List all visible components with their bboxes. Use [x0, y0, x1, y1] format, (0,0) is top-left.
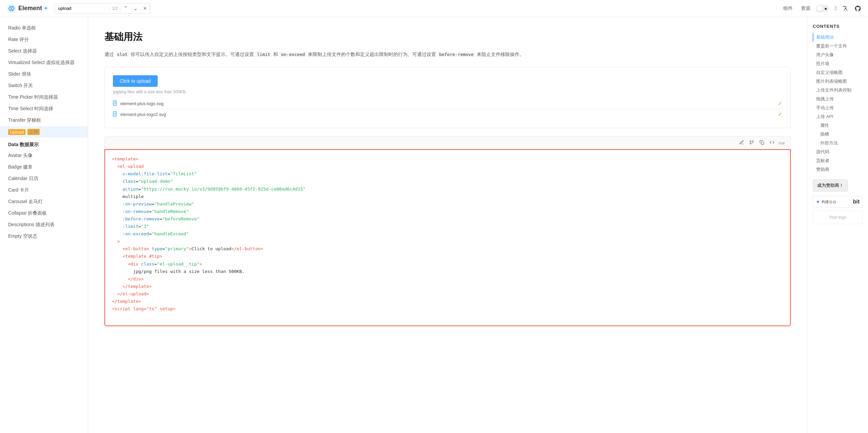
your-logo-placeholder[interactable]: Your logo	[813, 211, 863, 224]
sidebar-item-collapse[interactable]: Collapse 折叠面板	[0, 208, 88, 219]
code-tool-fork[interactable]	[748, 139, 755, 147]
bit-label: 构建台台	[822, 199, 836, 204]
code-val-on-remove: "handleRemove"	[152, 209, 189, 214]
toc-item-upload-api[interactable]: 上传 API	[813, 112, 863, 121]
sidebar-item-badge[interactable]: Badge 徽章	[0, 161, 88, 173]
toc-item-file-list-control[interactable]: 上传文件列表控制	[813, 86, 863, 95]
sidebar-item-rate[interactable]: Rate 评分	[0, 34, 88, 45]
toc-item-manual-upload[interactable]: 手动上传	[813, 103, 863, 112]
bit-name: bit	[853, 199, 860, 205]
code-val-class: "upload-demo"	[138, 179, 173, 184]
sidebar-item-radio[interactable]: Radio 单选框	[0, 22, 88, 34]
search-area: 1/2 ⌃ ⌄ ✕	[55, 3, 150, 14]
code-attr-type: type	[152, 246, 162, 251]
search-input[interactable]	[55, 6, 109, 11]
code-div-gt: >	[199, 261, 202, 267]
toc-item-basic[interactable]: 基础用法	[813, 33, 863, 42]
page-title: 基础用法	[104, 31, 791, 43]
search-navigation: ⌃ ⌄	[120, 4, 140, 13]
search-close-button[interactable]: ✕	[140, 4, 150, 12]
code-tool-copy[interactable]	[758, 139, 766, 147]
code-template-tip-close: </template>	[122, 284, 152, 289]
code-attr-action: action	[122, 186, 138, 192]
toc-item-source-code[interactable]: 源代码	[813, 147, 863, 156]
file-item-1: element-plus-logo.svg ✓	[113, 98, 782, 109]
toc-item-img-list-thumb[interactable]: 图片列表缩略图	[813, 77, 863, 86]
code-el-upload-gt: >	[117, 239, 120, 244]
code-tool-expand[interactable]	[768, 139, 776, 147]
lang-translate-icon[interactable]	[842, 5, 849, 12]
sidebar-item-time-picker[interactable]: Time Picker 时间选择器	[0, 92, 88, 103]
topbar-right: 组件 资源 ● 	[783, 5, 861, 12]
toc-item-photo-wall[interactable]: 照片墙	[813, 59, 863, 68]
language-icon[interactable]: 	[835, 5, 837, 12]
code-val-limit: "3"	[141, 224, 149, 229]
nav-component[interactable]: 组件	[783, 5, 793, 12]
github-icon[interactable]	[854, 5, 861, 12]
nav-resource[interactable]: 资源	[801, 5, 810, 12]
toc-item-sponsors[interactable]: 赞助商	[813, 165, 863, 174]
search-prev-button[interactable]: ⌃	[121, 4, 131, 13]
file-item-2: element-plus-logo2.svg ✓	[113, 109, 782, 120]
sidebar-item-descriptions[interactable]: Descriptions 描述列表	[0, 219, 88, 231]
sidebar-item-carousel[interactable]: Carousel 走马灯	[0, 196, 88, 208]
toc-item-custom-thumb[interactable]: 自定义缩略图	[813, 68, 863, 77]
code-val-type: "primary"	[165, 246, 189, 251]
svg-point-5	[752, 141, 753, 142]
code-template-tip-open: <template #tip>	[122, 254, 162, 259]
code-val-div-class: "el-upload__tip"	[157, 261, 199, 267]
file-list: element-plus-logo.svg ✓ element-plus-log…	[113, 98, 782, 120]
search-count: 1/2	[109, 6, 121, 11]
sidebar-item-switch[interactable]: Switch 开关	[0, 80, 88, 92]
toc-item-contributors[interactable]: 贡献者	[813, 156, 863, 165]
code-tool-pen[interactable]	[738, 139, 745, 147]
sidebar-item-time-select[interactable]: Time Select 时间选择	[0, 103, 88, 115]
code-template-close: </template>	[112, 299, 141, 304]
code-el-upload-close: </el-upload>	[117, 291, 149, 296]
code-language-label: vue	[778, 141, 785, 145]
sidebar-item-upload[interactable]: Upload 上传	[0, 126, 88, 138]
content-area: 基础用法 通过 slot 你可以传入自定义的上传按钮类型和文字提示。可通过设置 …	[88, 17, 807, 433]
sidebar-item-avatar[interactable]: Avatar 头像	[0, 150, 88, 161]
bit-logo[interactable]: ▼ 构建台台 bit	[813, 196, 863, 208]
upload-label-cn: 上传	[27, 129, 40, 135]
code-attr-limit: :limit	[122, 224, 138, 229]
toc-item-drag-upload[interactable]: 拖拽上传	[813, 95, 863, 103]
code-attr-vmodel: v-model:file-list	[122, 171, 167, 176]
toc-item-slots[interactable]: 插槽	[813, 130, 863, 139]
sidebar-item-card[interactable]: Card 卡片	[0, 184, 88, 196]
toc-item-avatar[interactable]: 用户头像	[813, 51, 863, 59]
code-attr-on-remove: :on-remove	[122, 209, 149, 214]
code-el-upload-open: <el-upload	[117, 164, 144, 169]
code-multiple: multiple	[122, 194, 144, 199]
become-sponsor-button[interactable]: 成为赞助商！	[813, 179, 848, 192]
code-template-open: <template>	[112, 156, 138, 161]
search-bar: 1/2 ⌃ ⌄ ✕	[55, 3, 150, 14]
file-icon-2	[113, 111, 118, 118]
code-div-close: </div>	[128, 276, 144, 281]
main-layout: Radio 单选框 Rate 评分 Select 选择器 Virtualized…	[0, 17, 868, 433]
bit-v-icon: ▼	[816, 199, 820, 204]
file-name-2: element-plus-logo2.svg	[120, 112, 778, 117]
logo[interactable]: Element+	[7, 4, 48, 13]
toc-item-overwrite[interactable]: 覆盖前一个文件	[813, 42, 863, 51]
sidebar-item-empty[interactable]: Empty 空状态	[0, 231, 88, 242]
code-val-before-remove: "beforeRemove"	[162, 216, 200, 221]
toc-item-external-methods[interactable]: 外部方法	[813, 139, 863, 147]
toggle-dot	[816, 5, 823, 12]
sidebar-item-calendar[interactable]: Calendar 日历	[0, 173, 88, 184]
click-to-upload-button[interactable]: Click to upload	[113, 75, 158, 87]
theme-toggle[interactable]: ●	[816, 5, 829, 12]
sidebar-item-select[interactable]: Select 选择器	[0, 45, 88, 57]
sidebar-item-slider[interactable]: Slider 滑块	[0, 68, 88, 80]
code-attr-before-remove: :before-remove	[122, 216, 160, 221]
code-val-on-exceed: "handleExceed"	[152, 231, 189, 236]
demo-box: Click to upload jpg/png files with a siz…	[104, 67, 791, 128]
search-next-button[interactable]: ⌄	[131, 4, 140, 13]
code-tip-text: jpg/png files with a size less than 500K…	[133, 269, 245, 274]
topbar-nav: 组件 资源	[783, 5, 810, 12]
toc-item-attributes[interactable]: 属性	[813, 121, 863, 130]
sidebar-item-virtualized-select[interactable]: Virtualized Select 虚拟化选择器	[0, 57, 88, 68]
topbar: Element+ 1/2 ⌃ ⌄ ✕ 组件 资源 ● 	[0, 0, 868, 17]
sidebar-item-transfer[interactable]: Transfer 穿梭框	[0, 115, 88, 126]
